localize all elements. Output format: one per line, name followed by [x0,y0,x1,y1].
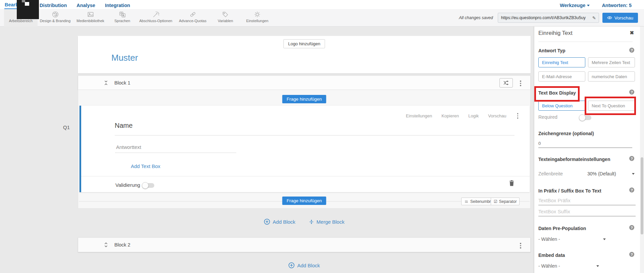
textbox-suffix-input[interactable] [538,207,636,216]
text-box-display-label: Text Box Display [538,90,576,96]
block2-menu-dots[interactable] [519,241,523,250]
block1-menu-dots[interactable] [519,79,523,88]
question-card: Einstellungen Kopieren Logik Vorschau Na… [79,106,530,192]
tab-distribution[interactable]: Distribution [39,1,67,9]
question-menu-dots[interactable] [516,112,520,120]
display-below-question[interactable]: Below Question [538,101,585,111]
tab-analyse[interactable]: Analyse [76,1,96,9]
question-actions: Einstellungen Kopieren Logik Vorschau [406,112,520,120]
char-limit-label: Zeichengrenze (optional) [538,131,594,136]
survey-url-field[interactable]: https://eu.questionpro.com/t/AB3urtkZB3u… [498,13,599,23]
save-status: All changes saved [459,15,493,20]
chevron-down-icon[interactable] [632,173,635,175]
separator-button[interactable]: ☑ Separator [491,198,520,205]
randomize-questions-button[interactable] [499,78,513,88]
question-footer-divider [81,176,530,176]
help-icon[interactable]: ? [629,187,634,193]
werkzeuge-menu[interactable]: Werkzeuge [559,1,590,8]
chevron-down-icon[interactable] [603,238,606,240]
toolbar-label: Design & Branding [38,19,73,23]
question-action-vorschau[interactable]: Vorschau [488,113,506,118]
cell-width-value[interactable]: 30% (Default) [587,171,616,176]
toolbar-item-einstellungen[interactable]: Einstellungen [240,9,274,26]
scrollbar-thumb[interactable] [641,157,643,234]
delete-question-trash-icon[interactable] [509,180,514,187]
answer-type-mehrere-zeilen[interactable]: Mehrere Zeilen Text [588,57,635,67]
sidebar-scrollbar[interactable] [640,26,644,273]
preview-button-label: Vorschau [614,15,633,20]
data-prepopulation-select[interactable]: - Wählen - [538,236,560,242]
panel-divider [538,42,633,42]
help-icon[interactable]: ? [629,252,634,257]
help-icon[interactable]: ? [629,48,634,53]
toolbar-item-advance-quotas[interactable]: Advance-Quotas [175,9,210,26]
panel-title: Einreihig Text [538,30,573,37]
preview-button[interactable]: Vorschau [602,13,638,23]
gear-icon [254,11,261,18]
edit-url-pencil-icon[interactable]: ✎ [592,15,599,20]
add-question-button-top[interactable]: Frage hinzufügen [282,95,326,103]
add-block-bottom-row: Add Block [78,262,531,268]
answer-type-email[interactable]: E-Mail-Adresse [538,71,585,81]
merge-block-button[interactable]: Merge Block [309,219,344,225]
data-prepopulation-label: Daten Pre-Population [538,226,586,231]
answer-type-einreihig-text[interactable]: Einreihig Text [538,57,585,67]
required-label: Required [538,114,557,120]
editor-toolbar: Arbeitsbereich Design & Branding Medienb… [0,9,644,26]
add-text-box-link[interactable]: Add Text Box [131,163,160,169]
toolbar-item-abschluss-optionen[interactable]: Abschluss-Optionen [137,9,175,26]
add-block-button[interactable]: Add Block [264,219,296,225]
close-icon[interactable]: ✖ [630,30,634,36]
answer-type-numerisch[interactable]: numerische Daten [588,71,635,81]
toolbar-item-variablen[interactable]: Variablen [210,9,240,26]
toolbar-label: Einstellungen [240,19,274,23]
add-block-bottom-button[interactable]: Add Block [288,262,320,268]
block2-header: Block 2 [78,237,531,252]
embed-data-select[interactable]: - Wählen - [538,263,560,269]
question-action-logik[interactable]: Logik [468,113,479,118]
question-number: Q1 [63,124,70,130]
toolbar-label: Variablen [210,19,240,23]
toolbar-right: All changes saved https://eu.questionpro… [459,9,638,26]
survey-url[interactable]: https://eu.questionpro.com/t/AB3urtkZB3u… [498,15,592,20]
question-action-einstellungen[interactable]: Einstellungen [406,113,432,118]
char-limit-input[interactable] [538,139,632,148]
question-text[interactable]: Name [115,122,132,129]
block2-title: Block 2 [114,242,130,248]
toolbar-item-design-branding[interactable]: Design & Branding [38,9,73,26]
toolbar-label: Abschluss-Optionen [137,19,175,23]
merge-icon [309,219,314,225]
survey-title[interactable]: Muster [111,53,138,63]
answer-text-input[interactable] [115,144,236,153]
chevron-down-icon[interactable] [596,265,599,267]
help-icon[interactable]: ? [629,225,634,230]
embed-data-label: Embed data [538,253,565,258]
chain-links-icon [189,11,197,18]
responses-count[interactable]: Antworten: 5 [601,1,632,8]
block1-header: Block 1 [78,75,531,90]
separator-label: Separator [499,199,517,204]
checkbox-icon: ☑ [494,199,497,204]
help-icon[interactable]: ? [629,90,634,95]
expand-block-icon[interactable] [104,242,108,249]
toolbar-item-medienbibliothek[interactable]: Medienbibliothek [73,9,108,26]
textbox-prefix-input[interactable] [538,196,636,205]
question-action-kopieren[interactable]: Kopieren [441,113,459,118]
required-toggle[interactable] [580,115,591,120]
validation-toggle[interactable] [143,183,154,188]
block1-title: Block 1 [114,80,130,86]
tab-integration[interactable]: Integration [105,1,130,9]
validation-label: Validierung [115,182,140,188]
eye-icon [607,16,612,20]
magic-wand-icon [152,11,160,18]
display-next-to-question[interactable]: Next To Question [588,101,635,111]
cell-width-label: Zellenbreite [538,171,563,176]
help-icon[interactable]: ? [629,156,634,161]
collapse-block-icon[interactable] [104,80,108,87]
toolbar-item-sprachen[interactable]: Sprachen [108,9,137,26]
add-logo-button[interactable]: Logo hinzufügen [283,39,325,48]
add-question-button-bottom[interactable]: Frage hinzufügen [282,197,326,205]
survey-header-card: Logo hinzufügen Muster [78,36,531,73]
question-text-underline [115,135,515,135]
toolbar-label: Arbeitsbereich [4,19,38,23]
